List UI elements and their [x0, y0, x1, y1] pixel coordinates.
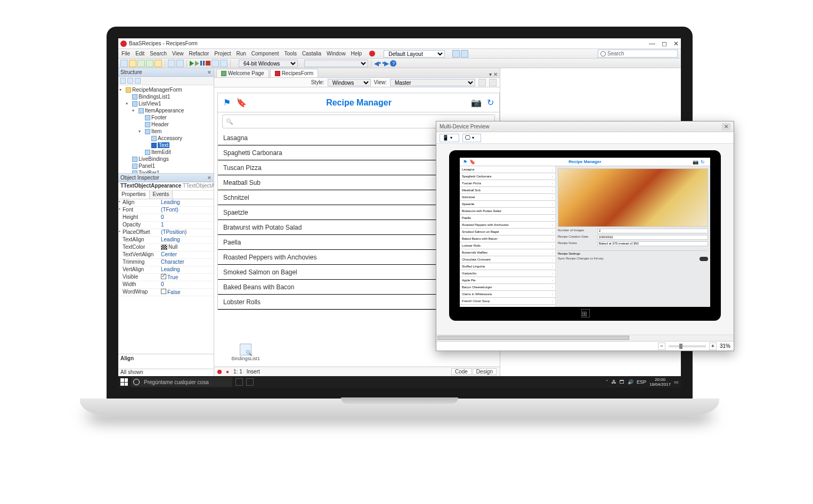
pause-button[interactable] — [200, 61, 205, 66]
device-combo[interactable] — [304, 60, 368, 67]
new-button[interactable] — [120, 60, 128, 67]
structure-close-icon[interactable]: ✕ — [207, 70, 212, 75]
detail-row: Recipe NotesBaked at 375 instead of 350 — [558, 241, 708, 246]
structure-btn-1[interactable] — [120, 78, 126, 84]
open-button[interactable] — [129, 60, 136, 67]
task-view-icon[interactable] — [235, 378, 243, 386]
menu-component[interactable]: Component — [251, 51, 279, 56]
prop-visible[interactable]: VisibleTrue — [118, 274, 214, 281]
inspector-tab-events[interactable]: Events — [150, 191, 173, 199]
help-button[interactable]: ? — [390, 60, 396, 67]
tab-welcome[interactable]: Welcome Page — [216, 69, 269, 77]
prop-vertalign[interactable]: VertAlignLeading — [118, 266, 214, 274]
refresh-icon[interactable]: ↻ — [487, 97, 494, 108]
menu-file[interactable]: File — [121, 51, 130, 56]
open-project-button[interactable] — [155, 60, 162, 67]
menu-project[interactable]: Project — [214, 51, 231, 56]
zoom-out-button[interactable]: − — [658, 343, 665, 350]
cortana-search[interactable]: Pregúntame cualquier cosa — [131, 377, 232, 387]
menu-search[interactable]: Search — [150, 51, 167, 56]
doc-tab-close-icon[interactable]: ✕ — [493, 71, 498, 77]
prop-textcolor[interactable]: TextColorNull — [118, 244, 214, 251]
platform-combo[interactable]: 64-bit Windows — [239, 60, 298, 67]
tab-code[interactable]: Code — [451, 368, 471, 375]
view-combo[interactable]: Master — [390, 79, 475, 86]
doc-tab-dropdown-icon[interactable]: ▾ — [489, 71, 492, 77]
tab-design[interactable]: Design — [473, 368, 497, 375]
close-button[interactable]: ✕ — [673, 40, 679, 47]
multi-device-preview-window: Multi-Device Preview ✕ 📱 🖵 ⚑ 🔖 Recipe Ma… — [436, 121, 734, 351]
menu-edit[interactable]: Edit — [135, 51, 144, 56]
menu-window[interactable]: Window — [327, 51, 346, 56]
mdp-device-dropdown[interactable]: 📱 — [440, 134, 459, 142]
menu-castalia[interactable]: Castalia — [302, 51, 321, 56]
prop-trimming[interactable]: TrimmingCharacter — [118, 259, 214, 266]
tray-lang[interactable]: ESP — [637, 379, 646, 385]
style-combo[interactable]: Windows — [328, 79, 371, 86]
zoom-in-button[interactable]: + — [709, 343, 717, 350]
save-all-button[interactable] — [146, 60, 153, 67]
structure-tree[interactable]: RecipeManagerForm BindingsList1 ListView… — [118, 85, 214, 173]
prop-placeoffset[interactable]: PlaceOffset(TPosition) — [118, 229, 214, 237]
run-button[interactable] — [190, 61, 194, 66]
mdp-hscrollbar[interactable] — [436, 335, 734, 341]
tray-volume-icon[interactable]: 🔊 — [628, 379, 633, 385]
structure-btn-2[interactable] — [127, 78, 133, 84]
bookmark-icon[interactable]: 🔖 — [236, 97, 247, 108]
menu-help[interactable]: Help — [351, 51, 362, 56]
tray-up-icon[interactable]: ˄ — [606, 379, 608, 385]
prop-font[interactable]: Font(TFont) — [118, 207, 214, 214]
prop-height[interactable]: Height0 — [118, 214, 214, 222]
inspector-close-icon[interactable]: ✕ — [207, 175, 212, 181]
menu-refactor[interactable]: Refactor — [189, 51, 209, 56]
structure-toolbar — [118, 77, 214, 85]
record-icon[interactable] — [217, 370, 222, 374]
layout-save-icon[interactable] — [452, 50, 460, 58]
view-icon-2[interactable] — [489, 79, 497, 86]
mdp-orientation-dropdown[interactable]: 🖵 — [462, 134, 481, 142]
mdp-titlebar[interactable]: Multi-Device Preview ✕ — [436, 121, 734, 132]
mdp-footer: − + 31% — [436, 341, 734, 351]
nav-fwd-button[interactable]: •▶ — [382, 60, 389, 67]
tray-network-icon[interactable]: 🖧 — [612, 379, 616, 385]
prop-textvertalign[interactable]: TextVertAlignCenter — [118, 251, 214, 259]
layout-delete-icon[interactable] — [461, 50, 468, 58]
zoom-slider[interactable] — [669, 345, 706, 347]
inspector-tab-properties[interactable]: Properties — [118, 191, 150, 199]
maximize-button[interactable]: ◻ — [662, 40, 667, 47]
step-into-button[interactable] — [220, 60, 227, 67]
mdp-close-button[interactable]: ✕ — [722, 123, 730, 131]
tray-battery-icon[interactable]: 🗔 — [620, 379, 624, 385]
minimize-button[interactable]: — — [649, 40, 655, 47]
tray-clock[interactable]: 20:0018/04/2017 — [649, 377, 671, 387]
property-grid[interactable]: AlignLeadingFont(TFont)Height0Opacity1Pl… — [118, 199, 214, 354]
bindings-list-badge[interactable]: BindingsList1 — [231, 344, 260, 361]
nav-back-button[interactable]: ◀• — [374, 60, 381, 67]
search-input[interactable]: Search — [598, 50, 678, 58]
tab-recipesform[interactable]: RecipesForm — [270, 69, 318, 77]
prop-wordwrap[interactable]: WordWrapFalse — [118, 289, 214, 296]
structure-btn-3[interactable] — [135, 78, 141, 84]
prop-width[interactable]: Width0 — [118, 281, 214, 289]
macro-dot-icon[interactable]: ● — [226, 369, 229, 375]
menu-run[interactable]: Run — [236, 51, 246, 56]
menu-tools[interactable]: Tools — [284, 51, 297, 56]
taskbar-app-icon[interactable] — [246, 378, 254, 386]
start-button[interactable] — [120, 378, 128, 386]
menu-view[interactable]: View — [172, 51, 184, 56]
prop-align[interactable]: AlignLeading — [118, 199, 214, 207]
layout-combo[interactable]: Default Layout — [384, 50, 445, 58]
undo-button[interactable] — [168, 60, 175, 67]
help-icon[interactable] — [369, 51, 375, 56]
prop-opacity[interactable]: Opacity1 — [118, 222, 214, 229]
flag-icon[interactable]: ⚑ — [223, 97, 231, 108]
prop-textalign[interactable]: TextAlignLeading — [118, 237, 214, 244]
redo-button[interactable] — [176, 60, 184, 67]
stop-button[interactable] — [206, 61, 210, 66]
run-no-debug-button[interactable] — [195, 61, 199, 66]
view-icon-1[interactable] — [478, 79, 486, 86]
tray-notifications-icon[interactable]: ▭ — [674, 379, 679, 385]
step-over-button[interactable] — [212, 60, 219, 67]
save-button[interactable] — [137, 60, 145, 67]
camera-icon[interactable]: 📷 — [471, 97, 482, 108]
